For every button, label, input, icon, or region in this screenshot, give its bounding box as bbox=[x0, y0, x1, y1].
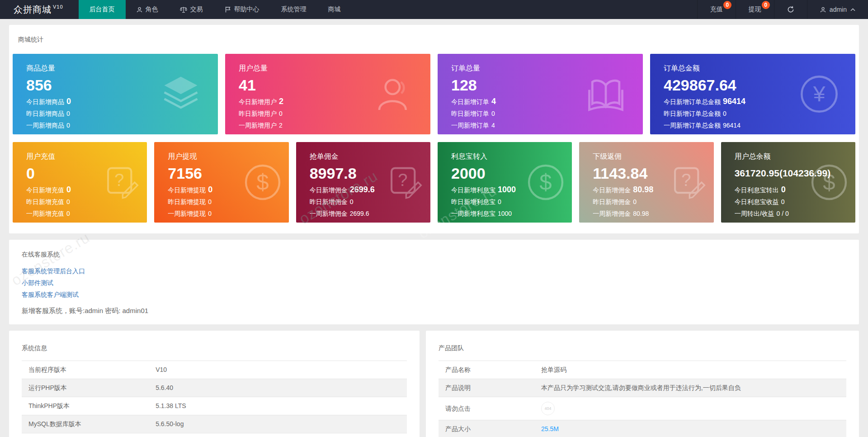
table-cell-label: ThinkPHP版本 bbox=[22, 397, 149, 415]
page-content: 商城统计 商品总量856今日新增商品0昨日新增商品0一周新增商品0用户总量41今… bbox=[0, 19, 868, 437]
product-team-table: 产品名称抢单源码产品说明本产品只为学习测试交流,请勿要做商业或者用于违法行为,一… bbox=[439, 361, 846, 437]
stat-line-value: 0 bbox=[208, 198, 212, 205]
system-info-panel: 系统信息 当前程序版本V10运行PHP版本5.6.40ThinkPHP版本5.1… bbox=[9, 331, 420, 437]
stat-line-label: 昨日新增佣金 bbox=[593, 198, 631, 205]
stat-line-value: 0 bbox=[66, 97, 71, 106]
main-menu: 后台首页角色交易帮助中心系统管理商城 bbox=[79, 0, 352, 19]
stat-line-label: 昨日新增佣金 bbox=[310, 198, 348, 205]
nav-item-system[interactable]: 系统管理 bbox=[270, 0, 317, 19]
stat-card-title: 用户提现 bbox=[168, 152, 285, 162]
stats-section-title: 商城统计 bbox=[13, 36, 855, 43]
stat-line-label: 一周新增订单 bbox=[451, 122, 489, 129]
service-link[interactable]: 客服系统管理后台入口 bbox=[22, 265, 85, 277]
stat-card-grab-commission: 抢单佣金8997.8今日新增佣金2699.6昨日新增佣金0一周新增佣金2699.… bbox=[296, 142, 430, 223]
recharge-button[interactable]: 充值0 bbox=[697, 0, 736, 19]
stat-line-value: 96414 bbox=[723, 97, 745, 106]
withdraw-label: 提现 bbox=[749, 5, 761, 14]
stat-line-value: 0 bbox=[781, 185, 786, 194]
service-link[interactable]: 小部件测试 bbox=[22, 277, 53, 289]
stat-line-value: 80.98 bbox=[633, 210, 649, 217]
yen-icon: ¥ bbox=[798, 73, 840, 115]
stat-card-line: 一周新增商品0 bbox=[26, 121, 214, 130]
stat-card-line: 一周转出/收益0 / 0 bbox=[735, 209, 852, 218]
stat-line-label: 昨日新增充值 bbox=[26, 198, 64, 205]
stat-card-line: 一周新增利息宝1000 bbox=[451, 209, 568, 218]
table-cell-value: 5.6.50-log bbox=[149, 415, 407, 433]
stat-card-line: 一周新增用户2 bbox=[239, 121, 427, 130]
stat-card-goods-total: 商品总量856今日新增商品0昨日新增商品0一周新增商品0 bbox=[13, 54, 218, 134]
table-row: 产品说明本产品只为学习测试交流,请勿要做商业或者用于违法行为,一切后果自负 bbox=[439, 379, 846, 397]
stat-line-label: 一周新增提现 bbox=[168, 210, 206, 217]
stat-line-label: 今日新增佣金 bbox=[310, 186, 348, 194]
stat-line-value: 0 bbox=[66, 210, 70, 217]
table-cell-label: 产品说明 bbox=[439, 379, 534, 397]
stat-line-label: 一周转出/收益 bbox=[735, 210, 774, 217]
svg-text:?: ? bbox=[398, 171, 407, 190]
refresh-icon bbox=[787, 6, 794, 13]
table-cell-value: 抢单源码 bbox=[534, 361, 846, 379]
stat-line-value: 1000 bbox=[498, 210, 512, 217]
stat-line-label: 今日新增订单总金额 bbox=[664, 98, 721, 105]
nav-item-label: 后台首页 bbox=[90, 5, 115, 14]
product-size-link[interactable]: 25.5M bbox=[541, 425, 559, 432]
stat-line-label: 今日新增提现 bbox=[168, 186, 206, 194]
stat-line-value: 0 bbox=[208, 185, 212, 194]
doc-question-icon: ? bbox=[102, 163, 141, 202]
nav-item-label: 角色 bbox=[146, 5, 158, 14]
svg-text:$: $ bbox=[540, 170, 552, 195]
stat-line-label: 今日新增充值 bbox=[26, 186, 64, 194]
stat-line-value: 0 bbox=[491, 110, 495, 117]
withdraw-button[interactable]: 提现0 bbox=[736, 0, 774, 19]
svg-text:?: ? bbox=[681, 171, 691, 190]
table-row: 当前程序版本V10 bbox=[22, 361, 407, 379]
stat-line-value: 1000 bbox=[498, 185, 516, 194]
stats-panel: 商城统计 商品总量856今日新增商品0昨日新增商品0一周新增商品0用户总量41今… bbox=[9, 25, 859, 233]
stat-line-label: 今日利息宝收益 bbox=[735, 198, 779, 205]
table-row: 产品名称抢单源码 bbox=[439, 361, 846, 379]
hidden-link-badge[interactable]: 404 bbox=[541, 402, 555, 415]
stat-card-line: 一周新增订单总金额96414 bbox=[664, 121, 852, 130]
stat-card-title: 商品总量 bbox=[26, 64, 214, 73]
table-cell-value: 5.1.38 LTS bbox=[149, 397, 407, 415]
stat-line-value: 2 bbox=[279, 97, 283, 106]
table-cell-value: 404 bbox=[534, 397, 846, 420]
table-row: ThinkPHP版本5.1.38 LTS bbox=[22, 397, 407, 415]
stat-card-title: 用户总余额 bbox=[735, 152, 852, 162]
service-title: 在线客服系统 bbox=[22, 251, 846, 258]
stat-card-user-withdraw: 用户提现7156今日新增提现0昨日新增提现0一周新增提现0$ bbox=[154, 142, 288, 223]
user-menu[interactable]: admin bbox=[807, 0, 868, 19]
stat-card-title: 订单总金额 bbox=[664, 64, 852, 73]
nav-item-label: 系统管理 bbox=[281, 5, 307, 14]
system-info-table: 当前程序版本V10运行PHP版本5.6.40ThinkPHP版本5.1.38 L… bbox=[22, 361, 407, 433]
nav-item-help[interactable]: 帮助中心 bbox=[214, 0, 270, 19]
stat-line-value: 0 bbox=[66, 110, 70, 117]
stats-row-2: 用户充值0今日新增充值0昨日新增充值0一周新增充值0?用户提现7156今日新增提… bbox=[13, 142, 855, 223]
stat-line-label: 一周新增订单总金额 bbox=[664, 122, 721, 129]
stat-card-user-recharge: 用户充值0今日新增充值0昨日新增充值0一周新增充值0? bbox=[13, 142, 147, 223]
app-version: V10 bbox=[53, 4, 63, 10]
nav-item-mall[interactable]: 商城 bbox=[317, 0, 352, 19]
flag-icon bbox=[225, 6, 231, 13]
stat-line-label: 一周新增充值 bbox=[26, 210, 64, 217]
stat-card-interest-in: 利息宝转入2000今日新增利息宝1000昨日新增利息宝0一周新增利息宝1000$ bbox=[438, 142, 572, 223]
stat-card-title: 订单总量 bbox=[451, 64, 639, 73]
nav-item-home[interactable]: 后台首页 bbox=[79, 0, 126, 19]
table-cell-value: V10 bbox=[149, 361, 407, 379]
refresh-button[interactable] bbox=[774, 0, 807, 19]
table-cell-value: 5.6.40 bbox=[149, 379, 407, 397]
table-cell-label: 产品大小 bbox=[439, 420, 534, 437]
service-link[interactable]: 客服系统客户端测试 bbox=[22, 289, 79, 300]
stat-line-label: 今日新增商品 bbox=[26, 98, 64, 105]
nav-item-trade[interactable]: 交易 bbox=[169, 0, 214, 19]
stat-line-value: 0 bbox=[781, 198, 785, 205]
stat-line-label: 今日新增用户 bbox=[239, 98, 277, 105]
doc-question-icon: ? bbox=[669, 163, 708, 202]
stat-line-value: 2699.6 bbox=[350, 210, 369, 217]
table-row: 请勿点击404 bbox=[439, 397, 846, 420]
book-icon bbox=[584, 72, 627, 116]
nav-item-role[interactable]: 角色 bbox=[126, 0, 169, 19]
stat-card-title: 用户充值 bbox=[26, 152, 143, 162]
table-row: MySQL数据库版本5.6.50-log bbox=[22, 415, 407, 433]
recharge-label: 充值 bbox=[710, 5, 723, 14]
top-navbar: 众拼商城 V10 后台首页角色交易帮助中心系统管理商城 充值0提现0 admin bbox=[0, 0, 868, 19]
